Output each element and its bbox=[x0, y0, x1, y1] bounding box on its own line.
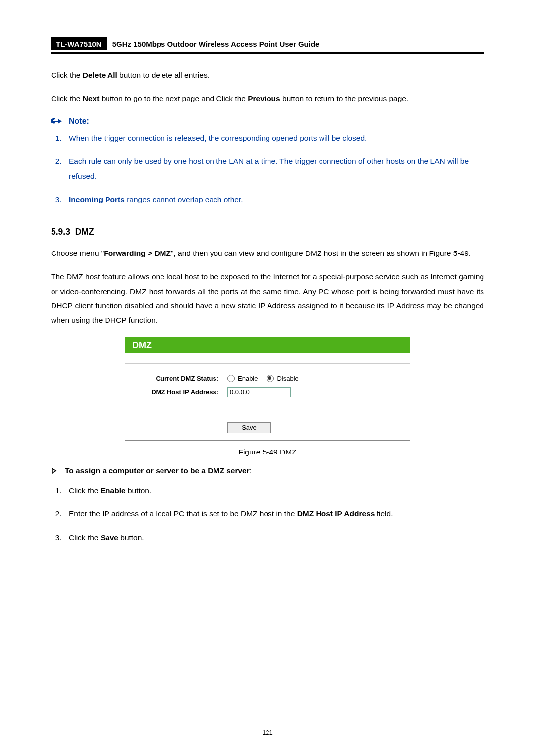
note-item-3: Incoming Ports ranges cannot overlap eac… bbox=[64, 192, 484, 206]
note-label: Note: bbox=[69, 117, 89, 126]
step-2: Enter the IP address of a local PC that … bbox=[64, 506, 484, 521]
dmz-panel: DMZ Current DMZ Status: Enable Disable D… bbox=[125, 337, 410, 441]
figure-caption: Figure 5-49 DMZ bbox=[51, 448, 484, 456]
section-heading-dmz: 5.9.3 DMZ bbox=[51, 227, 484, 237]
footer-rule bbox=[51, 724, 484, 724]
dmz-panel-separator bbox=[125, 353, 410, 364]
note-item-1: When the trigger connection is released,… bbox=[64, 131, 484, 145]
page-number: 121 bbox=[0, 729, 535, 736]
dmz-ip-input[interactable] bbox=[227, 387, 291, 397]
dmz-ip-label: DMZ Host IP Address: bbox=[134, 388, 218, 396]
note-list: When the trigger connection is released,… bbox=[51, 131, 484, 207]
para-dmz-desc: The DMZ host feature allows one local ho… bbox=[51, 269, 484, 328]
radio-disable-label: Disable bbox=[277, 375, 298, 382]
note-heading: Note: bbox=[51, 117, 484, 126]
dmz-panel-body: Current DMZ Status: Enable Disable DMZ H… bbox=[125, 364, 410, 415]
doc-header: TL-WA7510N 5GHz 150Mbps Outdoor Wireless… bbox=[51, 37, 484, 50]
save-button[interactable]: Save bbox=[227, 422, 271, 433]
assign-heading: To assign a computer or server to be a D… bbox=[65, 466, 252, 475]
assign-heading-row: To assign a computer or server to be a D… bbox=[51, 466, 484, 476]
dmz-panel-footer: Save bbox=[125, 415, 410, 440]
header-model: TL-WA7510N bbox=[51, 37, 107, 50]
step-1: Click the Enable button. bbox=[64, 483, 484, 498]
para-delete-all: Click the Delete All button to delete al… bbox=[51, 68, 484, 82]
chevron-right-icon bbox=[51, 466, 58, 476]
para-dmz-intro: Choose menu "Forwarding > DMZ", and then… bbox=[51, 246, 484, 260]
radio-disable[interactable] bbox=[267, 375, 274, 382]
assign-steps: Click the Enable button. Enter the IP ad… bbox=[51, 483, 484, 545]
hand-pointer-icon bbox=[51, 117, 64, 126]
para-next-previous: Click the Next button to go to the next … bbox=[51, 91, 484, 105]
header-title: 5GHz 150Mbps Outdoor Wireless Access Poi… bbox=[107, 37, 484, 50]
note-item-2: Each rule can only be used by one host o… bbox=[64, 154, 484, 183]
dmz-panel-title: DMZ bbox=[125, 337, 410, 353]
header-rule bbox=[51, 52, 484, 54]
radio-enable-label: Enable bbox=[238, 375, 258, 382]
radio-enable[interactable] bbox=[227, 375, 235, 382]
step-3: Click the Save button. bbox=[64, 530, 484, 545]
dmz-status-label: Current DMZ Status: bbox=[134, 375, 218, 382]
